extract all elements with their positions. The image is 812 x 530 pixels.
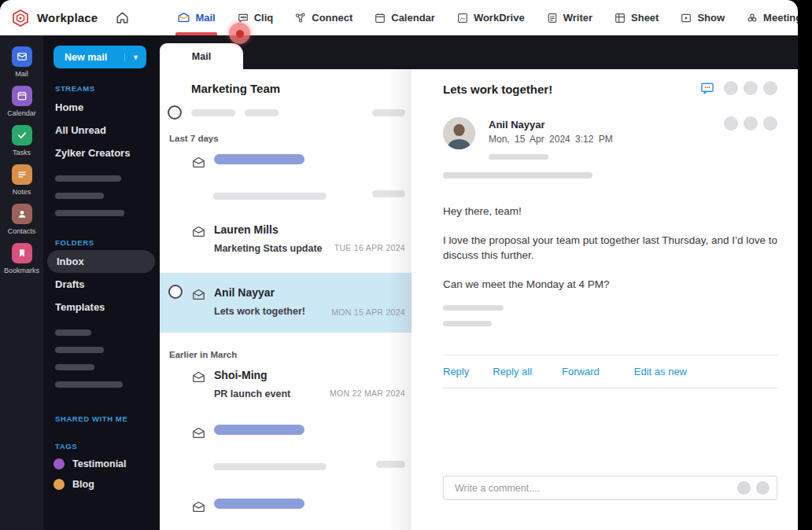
mail-row-skeleton[interactable] — [160, 146, 412, 203]
shared-with-me-label: SHARED WITH ME — [55, 414, 152, 423]
mail-sidebar: New mail ▼ STREAMS Home All Unread Zylke… — [43, 35, 160, 530]
sidebar-item-home[interactable]: Home — [54, 96, 152, 119]
reply-link[interactable]: Reply — [443, 366, 469, 377]
signature-skeleton-bar — [443, 305, 504, 311]
calendar-icon — [374, 12, 386, 24]
rail-item-contacts[interactable]: Contacts — [0, 204, 43, 235]
sidebar-skeleton-bar — [55, 329, 91, 336]
top-bar: Workplace Mail Cliq Connect — [0, 0, 798, 35]
nav-show[interactable]: Show — [680, 0, 725, 35]
sidebar-item-inbox[interactable]: Inbox — [47, 250, 155, 273]
new-mail-button[interactable]: New mail ▼ — [54, 46, 146, 68]
envelope-icon — [191, 155, 206, 173]
action-button-placeholder[interactable] — [744, 116, 758, 131]
action-button-placeholder[interactable] — [744, 81, 758, 95]
toolbar-skeleton-bar — [245, 109, 279, 116]
nav-workdrive-label: WorkDrive — [474, 12, 525, 24]
testimonial-tag-dot — [54, 458, 65, 469]
sidebar-skeleton-bar — [55, 381, 123, 388]
nav-mail-label: Mail — [195, 12, 215, 24]
edit-as-new-link[interactable]: Edit as new — [634, 366, 687, 377]
app-rail: Mail Calendar Tasks Notes Contacts — [0, 35, 43, 530]
reader-actions-row-2 — [724, 116, 777, 131]
tag-item-testimonial[interactable]: Testimonial — [54, 454, 152, 474]
list-section-label: Earlier in March — [160, 333, 412, 363]
toolbar-skeleton-bar — [372, 109, 405, 116]
body-paragraph: Hey there, team! — [443, 204, 777, 219]
nav-meeting[interactable]: Meeting — [746, 0, 798, 35]
nav-calendar[interactable]: Calendar — [374, 0, 435, 35]
sidebar-item-all-unread[interactable]: All Unread — [54, 119, 152, 142]
mail-row-skeleton[interactable] — [160, 417, 412, 473]
mail-row-shoi-ming[interactable]: Shoi-Ming PR launch event MON 22 MAR 202… — [160, 363, 412, 409]
comments-icon[interactable] — [699, 80, 715, 96]
reply-all-link[interactable]: Reply all — [493, 366, 532, 377]
sidebar-skeleton-bar — [55, 210, 124, 216]
action-button-placeholder[interactable] — [724, 81, 738, 95]
tasks-app-icon — [12, 125, 32, 145]
workplace-brand: Workplace — [11, 9, 98, 28]
sidebar-item-zylker-creators[interactable]: Zylker Creators — [54, 142, 152, 164]
rail-label-calendar: Calendar — [7, 109, 36, 117]
mail-row-lauren-mills[interactable]: Lauren Mills Marketing Stats update TUE … — [160, 214, 412, 263]
subject-skeleton-bar — [214, 425, 304, 435]
contacts-app-icon — [12, 204, 32, 224]
mail-row-skeleton[interactable] — [160, 491, 412, 530]
app-window: Workplace Mail Cliq Connect — [0, 0, 798, 530]
calendar-app-icon — [12, 86, 32, 106]
nav-sheet[interactable]: Sheet — [614, 0, 659, 35]
sidebar-item-drafts[interactable]: Drafts — [54, 273, 152, 296]
preview-skeleton-bar — [213, 463, 327, 470]
tab-mail[interactable]: Mail — [160, 43, 243, 69]
envelope-icon — [191, 425, 206, 444]
mail-sender: Anil Nayyar — [214, 286, 405, 299]
mail-date: MON 22 MAR 2024 — [330, 388, 405, 398]
comment-input[interactable] — [444, 483, 732, 494]
nav-connect[interactable]: Connect — [294, 0, 352, 35]
select-all-checkbox[interactable] — [168, 105, 182, 120]
tags-section-label: TAGS — [55, 442, 152, 451]
mail-row-checkbox[interactable] — [168, 285, 183, 299]
brand-name: Workplace — [37, 11, 98, 24]
rail-item-notes[interactable]: Notes — [0, 164, 43, 196]
subject-skeleton-bar — [214, 154, 304, 164]
rail-item-calendar[interactable]: Calendar — [0, 86, 43, 117]
new-mail-chevron-down-icon[interactable]: ▼ — [124, 53, 146, 61]
streams-section-label: STREAMS — [55, 84, 152, 93]
nav-mail[interactable]: Mail — [177, 0, 215, 35]
toolbar-skeleton-bar — [191, 109, 235, 116]
action-button-placeholder[interactable] — [763, 81, 777, 95]
list-title: Marketing Team — [160, 69, 412, 95]
envelope-icon — [191, 224, 206, 254]
mail-date: MON 15 APR 2024 — [331, 307, 405, 317]
home-icon[interactable] — [115, 10, 130, 25]
nav-calendar-label: Calendar — [391, 12, 435, 24]
forward-link[interactable]: Forward — [562, 366, 600, 377]
comment-action-placeholder[interactable] — [756, 481, 770, 495]
reader-actions-row-1 — [699, 80, 777, 96]
nav-writer[interactable]: Writer — [546, 0, 592, 35]
nav-cliq-label: Cliq — [254, 12, 274, 24]
app-screen: Workplace Mail Cliq Connect — [0, 0, 812, 530]
action-button-placeholder[interactable] — [724, 116, 738, 131]
comment-action-placeholder[interactable] — [737, 481, 751, 495]
comment-area — [443, 476, 777, 500]
rail-item-mail[interactable]: Mail — [0, 46, 43, 78]
list-toolbar-skeleton — [168, 105, 405, 120]
notes-app-icon — [12, 164, 32, 185]
sent-datetime: Mon, 15 Apr 2024 3:12 PM — [489, 134, 613, 145]
workplace-logo-icon — [11, 9, 30, 28]
nav-sheet-label: Sheet — [631, 12, 659, 24]
rail-item-tasks[interactable]: Tasks — [0, 125, 43, 156]
writer-icon — [546, 12, 559, 24]
nav-workdrive[interactable]: WorkDrive — [456, 0, 525, 35]
rail-item-bookmarks[interactable]: Bookmarks — [0, 243, 43, 274]
sidebar-item-templates[interactable]: Templates — [54, 296, 152, 318]
tag-item-blog[interactable]: Blog — [54, 474, 152, 495]
action-button-placeholder[interactable] — [763, 116, 777, 131]
signature-skeleton-bar — [443, 321, 492, 326]
testimonial-tag-label: Testimonial — [72, 458, 127, 469]
subject-skeleton-bar — [214, 499, 304, 509]
folders-section-label: FOLDERS — [55, 238, 152, 247]
mail-row-anil-nayyar[interactable]: Anil Nayyar Lets work together! MON 15 A… — [160, 273, 412, 333]
